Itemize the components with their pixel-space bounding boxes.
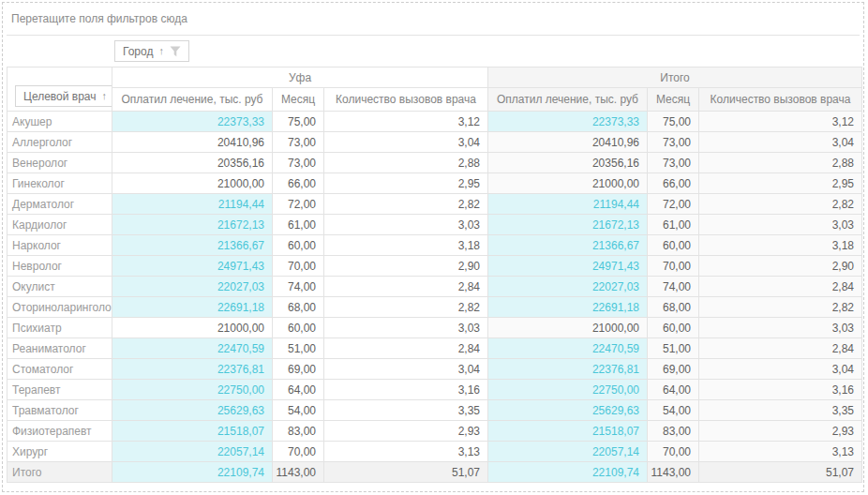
row-header-doctor: Стоматолог [7, 359, 112, 380]
cell-total-month: 74,00 [648, 277, 699, 297]
cell-ufa-calls: 3,18 [324, 235, 488, 256]
table-row: Акушер 22373,33 75,00 3,12 22373,33 75,0… [7, 112, 862, 132]
cell-total-calls: 3,35 [699, 400, 862, 421]
measure-header-month: Месяц [273, 88, 324, 112]
cell-total-month: 60,00 [648, 318, 699, 338]
table-row: Реаниматолог 22470,59 51,00 2,84 22470,5… [7, 338, 862, 359]
cell-ufa-month: 1143,00 [273, 462, 324, 483]
row-header-doctor: Аллерголог [7, 132, 112, 153]
filter-funnel-icon[interactable] [170, 46, 181, 57]
cell-total-month: 73,00 [648, 132, 699, 153]
cell-ufa-paid: 21518,07 [112, 421, 273, 442]
cell-ufa-paid: 21194,44 [112, 194, 273, 215]
table-row: Невролог 24971,43 70,00 2,90 24971,43 70… [7, 256, 862, 277]
measure-header-calls-total: Количество вызовов врача [699, 88, 862, 112]
cell-total-paid: 22376,81 [488, 359, 648, 380]
row-header-doctor: Физиотерапевт [7, 421, 112, 442]
cell-total-calls: 3,04 [699, 132, 862, 153]
table-row: Травматолог 25629,63 54,00 3,35 25629,63… [7, 400, 862, 421]
table-row: Гинеколог 21000,00 66,00 2,95 21000,00 6… [7, 173, 862, 194]
cell-ufa-month: 74,00 [273, 277, 324, 297]
cell-ufa-calls: 3,04 [324, 132, 488, 153]
cell-ufa-calls: 51,07 [324, 462, 488, 483]
cell-total-calls: 3,04 [699, 359, 862, 380]
cell-ufa-paid: 21366,67 [112, 235, 273, 256]
row-header-doctor: Психиатр [7, 318, 112, 338]
cell-total-month: 64,00 [648, 380, 699, 400]
sort-asc-icon: ↑ [158, 46, 164, 56]
cell-ufa-paid: 22691,18 [112, 297, 273, 318]
cell-ufa-calls: 3,16 [324, 380, 488, 400]
row-header-doctor: Венеролог [7, 153, 112, 173]
filter-fields-drop-area[interactable]: Перетащите поля фильтров сюда [7, 3, 860, 36]
cell-ufa-calls: 2,93 [324, 421, 488, 442]
cell-ufa-calls: 2,82 [324, 297, 488, 318]
cell-total-calls: 2,95 [699, 173, 862, 194]
cell-total-month: 83,00 [648, 421, 699, 442]
cell-total-calls: 2,88 [699, 153, 862, 173]
table-row: Терапевт 22750,00 64,00 3,16 22750,00 64… [7, 380, 862, 400]
cell-ufa-calls: 3,03 [324, 318, 488, 338]
cell-total-calls: 3,12 [699, 112, 862, 132]
cell-total-calls: 2,93 [699, 421, 862, 442]
cell-ufa-calls: 2,95 [324, 173, 488, 194]
cell-total-calls: 2,82 [699, 194, 862, 215]
cell-total-paid: 22691,18 [488, 297, 648, 318]
cell-ufa-month: 60,00 [273, 318, 324, 338]
cell-ufa-month: 60,00 [273, 235, 324, 256]
cell-ufa-calls: 2,90 [324, 256, 488, 277]
cell-total-month: 61,00 [648, 215, 699, 235]
measure-header-paid: Оплатил лечение, тыс. руб [112, 88, 273, 112]
cell-total-calls: 2,82 [699, 297, 862, 318]
cell-ufa-paid: 22376,81 [112, 359, 273, 380]
cell-total-paid: 20356,16 [488, 153, 648, 173]
measure-header-calls: Количество вызовов врача [324, 88, 488, 112]
column-field-button-city[interactable]: Город ↑ [114, 40, 189, 62]
cell-total-paid: 22109,74 [488, 462, 648, 483]
cell-ufa-month: 70,00 [273, 442, 324, 462]
table-row: Физиотерапевт 21518,07 83,00 2,93 21518,… [7, 421, 862, 442]
cell-ufa-calls: 2,82 [324, 194, 488, 215]
column-fields-area: Город ↑ [7, 36, 860, 67]
table-row: Оториноларинголог 22691,18 68,00 2,82 22… [7, 297, 862, 318]
cell-total-month: 54,00 [648, 400, 699, 421]
cell-ufa-calls: 2,84 [324, 277, 488, 297]
cell-ufa-paid: 21000,00 [112, 173, 273, 194]
cell-ufa-calls: 3,35 [324, 400, 488, 421]
cell-ufa-month: 66,00 [273, 173, 324, 194]
cell-total-month: 72,00 [648, 194, 699, 215]
row-fields-area: Целевой врач ↑ [7, 68, 112, 112]
cell-ufa-month: 72,00 [273, 194, 324, 215]
measure-header-paid-total: Оплатил лечение, тыс. руб [488, 88, 648, 112]
cell-total-calls: 3,03 [699, 215, 862, 235]
cell-total-paid: 22027,03 [488, 277, 648, 297]
cell-ufa-calls: 3,03 [324, 215, 488, 235]
sort-asc-icon: ↑ [102, 91, 108, 101]
cell-total-month: 68,00 [648, 297, 699, 318]
table-row: Хирург 22057,14 70,00 3,13 22057,14 70,0… [7, 442, 862, 462]
row-field-button-target-doctor[interactable]: Целевой врач ↑ [15, 85, 112, 107]
row-header-doctor: Невролог [7, 256, 112, 277]
cell-total-paid: 20410,96 [488, 132, 648, 153]
cell-ufa-paid: 21000,00 [112, 318, 273, 338]
cell-ufa-month: 69,00 [273, 359, 324, 380]
table-row: Нарколог 21366,67 60,00 3,18 21366,67 60… [7, 235, 862, 256]
cell-ufa-paid: 25629,63 [112, 400, 273, 421]
cell-total-paid: 21672,13 [488, 215, 648, 235]
table-row: Дерматолог 21194,44 72,00 2,82 21194,44 … [7, 194, 862, 215]
cell-ufa-month: 73,00 [273, 132, 324, 153]
cell-total-calls: 3,18 [699, 235, 862, 256]
cell-ufa-month: 51,00 [273, 338, 324, 359]
cell-total-paid: 21194,44 [488, 194, 648, 215]
cell-ufa-month: 70,00 [273, 256, 324, 277]
cell-ufa-calls: 2,84 [324, 338, 488, 359]
table-row: Стоматолог 22376,81 69,00 3,04 22376,81 … [7, 359, 862, 380]
cell-total-paid: 21518,07 [488, 421, 648, 442]
cell-total-calls: 51,07 [699, 462, 862, 483]
table-row: Окулист 22027,03 74,00 2,84 22027,03 74,… [7, 277, 862, 297]
row-header-doctor: Гинеколог [7, 173, 112, 194]
cell-ufa-paid: 22057,14 [112, 442, 273, 462]
cell-total-calls: 2,84 [699, 338, 862, 359]
cell-total-month: 75,00 [648, 112, 699, 132]
table-row: Аллерголог 20410,96 73,00 3,04 20410,96 … [7, 132, 862, 153]
